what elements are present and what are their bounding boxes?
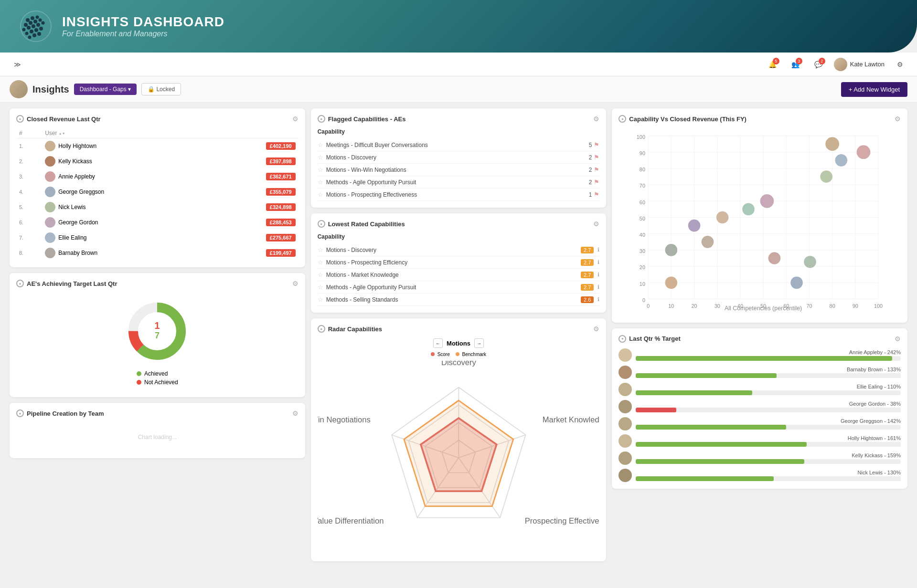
- star-icon[interactable]: ☆: [318, 296, 323, 303]
- widget-dot-radar: ●: [318, 325, 325, 333]
- expand-button[interactable]: ≫: [10, 57, 25, 72]
- prog-label: Holly Hightown - 161%: [636, 435, 901, 441]
- ae-gear-icon[interactable]: ⚙: [292, 280, 299, 287]
- radar-next-button[interactable]: →: [474, 338, 484, 348]
- star-icon[interactable]: ☆: [318, 191, 323, 198]
- svg-text:Value Differentiation: Value Differentiation: [318, 516, 384, 525]
- svg-text:80: 80: [830, 303, 835, 309]
- user-name-cell: Kelly Kickass: [58, 158, 92, 165]
- prog-bar-container: George Gordon - 38%: [636, 401, 901, 412]
- flag-count: 1: [589, 191, 592, 198]
- revenue-cell: £397,898: [208, 154, 299, 169]
- sort-arrows[interactable]: ▲▼: [59, 132, 65, 135]
- main-content: ● Closed Revenue Last Qtr ⚙ # User ▲▼: [0, 103, 917, 567]
- svg-point-93: [716, 211, 729, 224]
- cap-name: Methods - Agile Opportunity Pursuit: [326, 179, 416, 186]
- radar-motion-label: Motions: [447, 340, 470, 347]
- svg-text:50: 50: [760, 303, 766, 309]
- svg-point-16: [39, 27, 43, 31]
- svg-point-17: [28, 36, 32, 39]
- widget-header-ae: ● AE's Achieving Target Last Qtr ⚙: [16, 280, 299, 287]
- star-icon[interactable]: ☆: [318, 271, 323, 278]
- user-cell: George Gordon: [42, 215, 208, 230]
- revenue-cell: £288,453: [208, 215, 299, 230]
- messages-button[interactable]: 💬2: [811, 57, 826, 72]
- radar-gear-icon[interactable]: ⚙: [593, 325, 599, 333]
- table-row: 1. Holly Hightown £402,190: [16, 138, 299, 154]
- flag-count: 2: [589, 179, 592, 186]
- add-widget-button[interactable]: + Add New Widget: [841, 82, 907, 97]
- notifications-button[interactable]: 🔔5: [765, 57, 780, 72]
- svg-point-4: [24, 23, 28, 27]
- svg-text:100: 100: [874, 303, 883, 309]
- widget-header-qtr: ● Last Qtr % Target ⚙: [618, 335, 901, 343]
- flag-count: 2: [589, 154, 592, 161]
- star-icon[interactable]: ☆: [318, 246, 323, 253]
- svg-point-92: [742, 202, 755, 216]
- svg-text:Market Knowledge: Market Knowledge: [542, 415, 599, 424]
- user-mini-avatar: [45, 156, 55, 167]
- prog-bar-bg: [636, 442, 901, 447]
- info-icon[interactable]: ℹ: [597, 284, 599, 290]
- progress-row: Kelly Kickass - 159%: [618, 452, 901, 465]
- star-icon[interactable]: ☆: [318, 141, 323, 148]
- prog-bar-container: Annie Appleby - 242%: [636, 349, 901, 361]
- star-icon[interactable]: ☆: [318, 154, 323, 161]
- svg-point-2: [31, 16, 34, 20]
- cap-row-right: 5 ⚑: [589, 141, 600, 148]
- score-badge: 2.7: [581, 259, 594, 266]
- star-icon[interactable]: ☆: [318, 166, 323, 173]
- info-icon[interactable]: ℹ: [597, 296, 599, 303]
- prog-bar-container: Barnaby Brown - 133%: [636, 367, 901, 378]
- svg-text:Win-Win Negotiations: Win-Win Negotiations: [318, 415, 371, 424]
- revenue-badge: £397,898: [266, 158, 296, 165]
- dashboard-dropdown-button[interactable]: Dashboard - Gaps ▾: [74, 84, 137, 95]
- svg-text:30: 30: [714, 303, 720, 309]
- rank-cell: 3.: [16, 169, 42, 184]
- svg-point-15: [34, 28, 38, 32]
- lowest-gear-icon[interactable]: ⚙: [593, 220, 599, 228]
- star-icon[interactable]: ☆: [318, 178, 323, 186]
- flagged-capabilities-widget: ● Flagged Capabilities - AEs ⚙ Capabilit…: [311, 108, 607, 208]
- prog-avatar: [618, 383, 632, 396]
- info-icon[interactable]: ℹ: [597, 247, 599, 253]
- users-button[interactable]: 👥3: [788, 57, 803, 72]
- info-icon[interactable]: ℹ: [597, 272, 599, 278]
- settings-button[interactable]: ⚙: [892, 57, 907, 72]
- revenue-badge: £199,497: [266, 249, 296, 257]
- revenue-badge: £324,898: [266, 203, 296, 211]
- prog-label: Kelly Kickass - 159%: [636, 452, 901, 458]
- prog-bar-container: Kelly Kickass - 159%: [636, 452, 901, 464]
- star-icon[interactable]: ☆: [318, 259, 323, 266]
- scatter-gear-icon[interactable]: ⚙: [895, 115, 901, 123]
- cap-row-left: ☆ Methods - Selling Standards: [318, 296, 398, 303]
- prog-avatar: [618, 434, 632, 448]
- lowest-rated-widget: ● Lowest Rated Capabilities ⚙ Capability…: [311, 213, 607, 313]
- revenue-cell: £402,190: [208, 138, 299, 154]
- capability-row: ☆ Motions - Discovery 2 ⚑: [318, 151, 600, 164]
- radar-chart-svg: Discovery Market Knowledge Prospecting E…: [318, 361, 600, 555]
- locked-button[interactable]: 🔒 Locked: [141, 83, 181, 95]
- radar-prev-button[interactable]: ←: [433, 338, 443, 348]
- svg-text:40: 40: [640, 232, 645, 238]
- flagged-gear-icon[interactable]: ⚙: [593, 115, 599, 123]
- flagged-section-title: Capability: [318, 128, 600, 135]
- scatter-chart-svg: Closed Revenue (£) (percentile) All Comp…: [618, 128, 901, 314]
- pipeline-gear-icon[interactable]: ⚙: [292, 410, 299, 417]
- user-cell: Barnaby Brown: [42, 245, 208, 261]
- info-icon[interactable]: ℹ: [597, 259, 599, 265]
- star-icon[interactable]: ☆: [318, 284, 323, 291]
- svg-point-95: [701, 235, 714, 249]
- svg-point-97: [768, 252, 781, 265]
- svg-text:20: 20: [640, 264, 645, 270]
- user-mini-avatar: [45, 202, 55, 212]
- prog-bar-container: George Greggson - 142%: [636, 418, 901, 430]
- ae-target-title: AE's Achieving Target Last Qtr: [27, 280, 117, 287]
- progress-row: George Greggson - 142%: [618, 417, 901, 430]
- svg-point-19: [37, 32, 41, 36]
- revenue-gear-icon[interactable]: ⚙: [292, 115, 299, 123]
- qtr-gear-icon[interactable]: ⚙: [895, 335, 901, 343]
- cap-row-left: ☆ Methods - Agile Opportunity Pursuit: [318, 284, 416, 291]
- flag-icon: ⚑: [594, 154, 599, 161]
- user-name: Kate Lawton: [850, 61, 885, 68]
